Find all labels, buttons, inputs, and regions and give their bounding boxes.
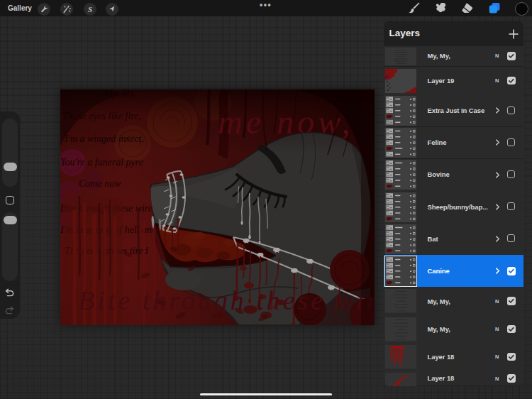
svg-text:S: S [88, 4, 92, 13]
